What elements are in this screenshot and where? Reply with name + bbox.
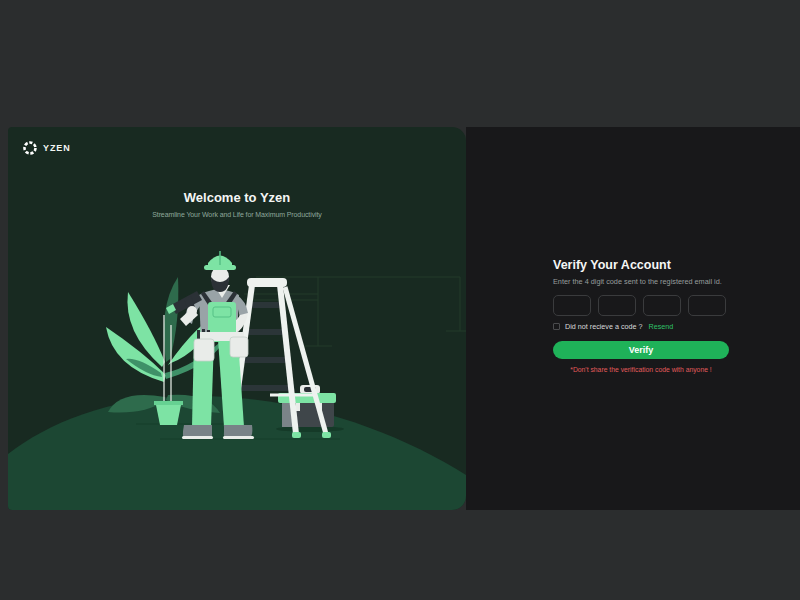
hero-text: Welcome to Yzen Streamline Your Work and… — [8, 190, 466, 218]
resend-row: Did not recieve a code ? Resend — [553, 322, 729, 331]
otp-input-2[interactable] — [598, 295, 636, 316]
brand-panel: YZEN Welcome to Yzen Streamline Your Wor… — [8, 127, 466, 510]
verify-heading: Verify Your Account — [553, 258, 729, 272]
resend-prompt: Did not recieve a code ? — [565, 322, 643, 331]
resend-link[interactable]: Resend — [649, 322, 674, 331]
page-background: YZEN Welcome to Yzen Streamline Your Wor… — [0, 0, 800, 600]
verify-button[interactable]: Verify — [553, 341, 729, 359]
aperture-icon — [22, 140, 38, 156]
otp-input-1[interactable] — [553, 295, 591, 316]
toolbox — [276, 385, 344, 432]
otp-input-4[interactable] — [688, 295, 726, 316]
handyman-illustration — [8, 127, 466, 510]
brand-name: YZEN — [43, 143, 71, 153]
hero-subtitle: Streamline Your Work and Life for Maximu… — [8, 211, 466, 218]
hero-title: Welcome to Yzen — [8, 190, 466, 205]
resend-checkbox[interactable] — [553, 323, 560, 330]
verify-form: Verify Your Account Enter the 4 digit co… — [553, 258, 729, 373]
auth-card: YZEN Welcome to Yzen Streamline Your Wor… — [8, 127, 800, 510]
otp-input-group — [553, 295, 729, 316]
otp-input-3[interactable] — [643, 295, 681, 316]
verify-warning: *Don't share the verification code with … — [553, 366, 729, 373]
verify-instruction: Enter the 4 digit code sent to the regis… — [553, 277, 729, 286]
brand-logo: YZEN — [22, 140, 71, 156]
verify-panel: Verify Your Account Enter the 4 digit co… — [466, 127, 800, 510]
